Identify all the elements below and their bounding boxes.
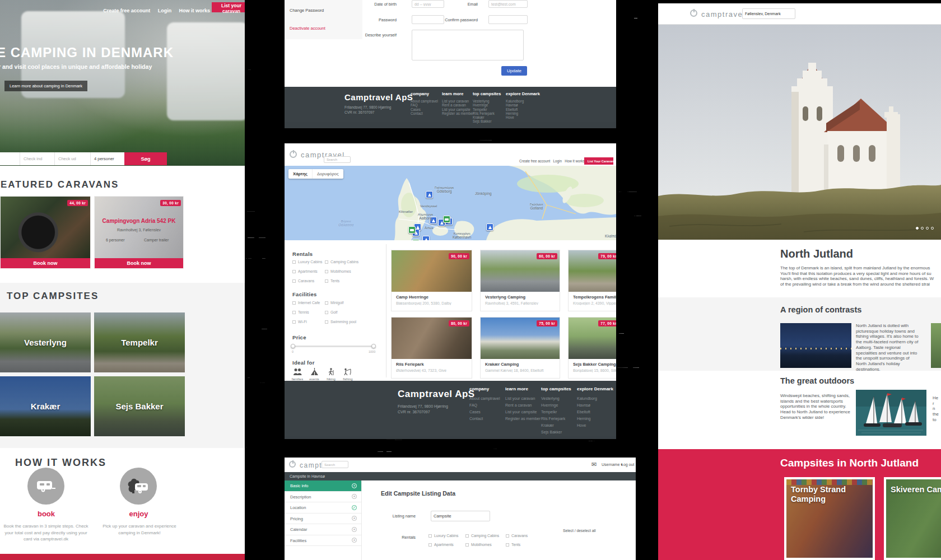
checkbox-icon[interactable]	[428, 543, 432, 547]
price-slider-handle-min[interactable]	[291, 344, 295, 348]
ideal-fishing[interactable]: fishing	[341, 367, 355, 381]
dob-input[interactable]	[412, 0, 444, 8]
carousel-dot[interactable]	[931, 227, 934, 230]
campsite-tile[interactable]: Sejs Bakker	[94, 376, 185, 436]
rental-checkbox-option[interactable]: Tents	[506, 543, 535, 552]
footer-link[interactable]: Cases	[469, 409, 500, 416]
check-out-field[interactable]: Check ud	[55, 152, 91, 165]
filter-checkbox-option[interactable]: Internet Cafe	[292, 301, 325, 310]
checkbox-icon[interactable]	[325, 301, 328, 305]
search-input[interactable]	[324, 156, 351, 163]
describe-textarea[interactable]	[412, 30, 524, 60]
checkbox-icon[interactable]	[292, 301, 296, 305]
campsite-tile[interactable]: Vesterlyng	[0, 312, 91, 372]
wizard-step[interactable]: Facilities	[285, 535, 361, 547]
checkbox-icon[interactable]	[325, 279, 328, 283]
footer-link[interactable]: Tempelkr	[473, 108, 501, 111]
carousel-dot[interactable]	[916, 227, 919, 230]
rental-checkbox-option[interactable]: Apartments	[428, 543, 465, 552]
list-your-caravan-button[interactable]: List your caravan	[212, 2, 245, 12]
footer-link[interactable]: Krakær	[541, 422, 571, 429]
rental-checkbox-option[interactable]: Mobilhomes	[465, 543, 506, 552]
checkbox-icon[interactable]	[325, 320, 328, 324]
tent-map-marker[interactable]	[486, 223, 493, 231]
envelope-icon[interactable]: ✉	[591, 461, 597, 468]
campsite-listing-card[interactable]: 90, 00 kr Camp Hverringe Blæsenborgvej 2…	[391, 250, 472, 311]
filter-checkbox-option[interactable]: Golf	[325, 310, 356, 320]
checkbox-icon[interactable]	[292, 311, 296, 314]
tent-map-marker[interactable]	[422, 236, 430, 240]
filter-checkbox-option[interactable]: Mobilhomes	[325, 269, 358, 279]
checkbox-icon[interactable]	[292, 260, 296, 264]
confirm-password-input[interactable]	[488, 15, 528, 24]
email-input[interactable]	[488, 0, 528, 8]
footer-link[interactable]: List your caravan	[505, 395, 541, 402]
checkbox-icon[interactable]	[292, 279, 296, 283]
footer-link[interactable]: Kalundborg	[577, 395, 613, 402]
caravan-map-marker[interactable]	[443, 216, 450, 223]
camptravel-logo[interactable]: camptravel	[701, 10, 746, 18]
caravan-map-marker[interactable]	[408, 226, 416, 234]
campsite-feature-card[interactable]: Tornby Strand Camping	[784, 477, 875, 560]
filter-checkbox-option[interactable]: Caravans	[292, 279, 325, 288]
wizard-step[interactable]: Location	[285, 502, 361, 514]
footer-link[interactable]: Tempelkr	[541, 409, 571, 416]
learn-more-button[interactable]: Learn more about camping in Denmark	[4, 81, 87, 91]
footer-link[interactable]: Herning	[577, 416, 613, 422]
wizard-step[interactable]: Calendar	[285, 524, 361, 535]
select-deselect-all[interactable]: Select / deselect all	[563, 529, 596, 533]
book-now-button[interactable]: Book now	[95, 258, 183, 268]
checkbox-icon[interactable]	[325, 270, 328, 273]
checkbox-icon[interactable]	[325, 260, 328, 264]
update-button[interactable]: Update	[501, 66, 527, 76]
caravan-card[interactable]: 30, 00 kr Campingvogn Adria 542 PK Ravnh…	[94, 196, 184, 269]
deactivate-account-link[interactable]: Deactivate account	[290, 26, 325, 31]
footer-link[interactable]: Vesterlyng	[541, 395, 571, 402]
footer-link[interactable]: Rent a caravan	[505, 402, 541, 409]
filter-checkbox-option[interactable]: Minigolf	[325, 301, 356, 310]
location-search-input[interactable]	[742, 8, 795, 19]
footer-link[interactable]: Register as member	[505, 416, 541, 422]
password-input[interactable]	[412, 15, 444, 24]
footer-link[interactable]: Havnsø	[577, 402, 613, 409]
footer-link[interactable]: FAQ	[411, 103, 438, 107]
rental-checkbox-option[interactable]: Luxury Cabins	[428, 534, 465, 543]
footer-link[interactable]: Hverringe	[541, 402, 571, 409]
footer-link[interactable]: Hverringe	[473, 103, 501, 107]
caravan-map-marker[interactable]	[412, 239, 420, 240]
campsite-listing-card[interactable]: 60, 00 kr Vesterlyng Camping Ravnholtvej…	[480, 250, 560, 311]
map[interactable]: Χάρτης Δορυφόρος ΓκέτεμπόργκGöteborg Jön…	[285, 166, 616, 240]
username-menu[interactable]: Username ▾	[602, 463, 623, 467]
footer-link[interactable]: FAQ	[469, 402, 500, 409]
book-now-button[interactable]: Book now	[1, 258, 90, 268]
search-submit-button[interactable]: Søg	[124, 152, 167, 165]
listing-name-input[interactable]	[431, 511, 490, 521]
footer-link[interactable]: Riis Feriepark	[473, 111, 501, 115]
checkbox-icon[interactable]	[506, 534, 509, 538]
nav-how-it-works[interactable]: How it works	[565, 159, 585, 163]
campsite-listing-card[interactable]: 75, 00 kr Krakær Camping Gammel Kærvej 1…	[480, 317, 560, 379]
destination-field[interactable]	[0, 152, 20, 165]
nav-login[interactable]: Login	[553, 159, 562, 163]
ideal-events[interactable]: events	[307, 367, 322, 381]
checkbox-icon[interactable]	[292, 270, 296, 273]
footer-link[interactable]: Krakær	[473, 115, 501, 119]
footer-link[interactable]: Register as member	[442, 111, 474, 115]
footer-link[interactable]: Ebeltoft	[577, 409, 613, 416]
filter-checkbox-option[interactable]: Tents	[325, 279, 358, 288]
change-password-link[interactable]: Change Password	[290, 8, 324, 13]
footer-link[interactable]: Sejs Bakker	[541, 429, 571, 436]
campsite-tile[interactable]: Krakær	[0, 376, 91, 436]
footer-link[interactable]: Hove	[506, 115, 540, 119]
nav-create-account[interactable]: Create free account	[103, 8, 150, 13]
checkbox-icon[interactable]	[465, 534, 469, 538]
footer-link[interactable]: Kalundborg	[506, 99, 540, 103]
footer-link[interactable]: Riis Feriepark	[541, 416, 571, 422]
wizard-step[interactable]: Basic info	[285, 480, 361, 492]
nav-how-it-works[interactable]: How it works	[179, 8, 210, 13]
filter-checkbox-option[interactable]: Swimming pool	[325, 320, 356, 329]
filter-checkbox-option[interactable]: Camping Cabins	[325, 260, 358, 269]
search-input[interactable]	[322, 461, 348, 468]
filter-checkbox-option[interactable]: Apartments	[292, 269, 325, 279]
list-your-caravan-button[interactable]: List Your Caravan	[584, 157, 613, 165]
